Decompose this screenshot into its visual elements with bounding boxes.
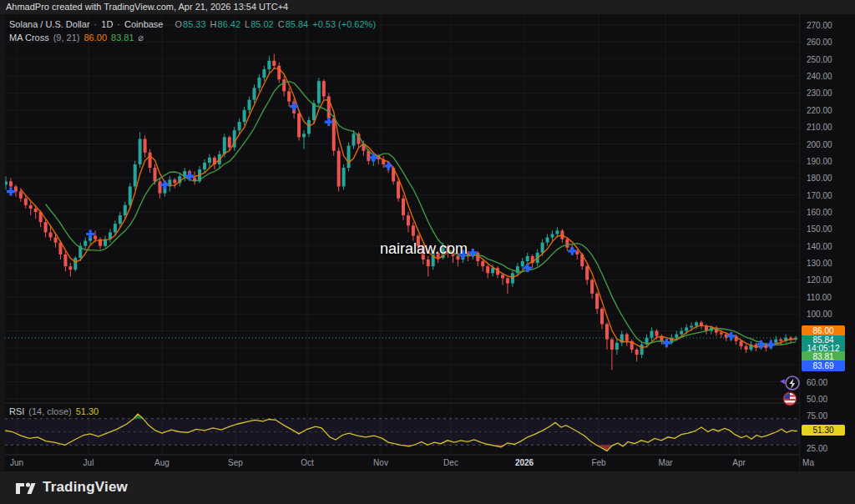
- symbol-name: Solana / U.S. Dollar: [9, 19, 90, 29]
- price-tick-label: 190.00: [807, 156, 832, 165]
- chart-legend: Solana / U.S. Dollar · 1D · Coinbase O85…: [9, 18, 376, 44]
- price-tick-label: 260.00: [807, 38, 832, 47]
- ma-cross-marker: [568, 247, 576, 255]
- rsi-legend-row[interactable]: RSI (14, close) 51.30: [9, 406, 99, 416]
- price-tick-label: 220.00: [807, 105, 832, 114]
- us-flag-icon[interactable]: [783, 392, 797, 406]
- low-label: L: [245, 19, 250, 29]
- price-tick-label: 210.00: [807, 123, 832, 132]
- time-tick-label: 2026: [515, 458, 534, 467]
- ma-fast-value: 86.00: [83, 33, 107, 43]
- price-tick-label: 150.00: [807, 224, 832, 234]
- time-tick-label: Oct: [301, 458, 314, 467]
- corner-icons: [775, 373, 812, 411]
- time-tick-label: Jul: [83, 458, 94, 467]
- price-tick-label: 240.00: [807, 72, 832, 81]
- ma-cross-marker: [7, 188, 15, 196]
- chart-left-gutter: [0, 14, 5, 471]
- time-tick-label: Feb: [591, 458, 605, 467]
- high-value: 86.42: [218, 19, 241, 29]
- lightning-mode-icon[interactable]: [780, 376, 799, 390]
- ma-cross-params: (9, 21): [53, 33, 80, 43]
- legend-separator: ·: [117, 19, 120, 29]
- time-tick-label: Nov: [373, 458, 388, 467]
- tradingview-chart-window: { "topbar": { "text": "AhmadPro created …: [0, 0, 855, 504]
- rsi-params: (14, close): [28, 406, 71, 416]
- ma-cross-marker: [86, 230, 94, 239]
- price-tick-label: 120.00: [807, 275, 832, 285]
- ma-cross-title: MA Cross: [9, 33, 49, 43]
- open-label: O: [175, 19, 183, 29]
- time-tick-label: Apr: [732, 458, 746, 467]
- open-value: 85.33: [183, 19, 206, 29]
- tradingview-logo-text: TradingView: [43, 479, 128, 496]
- ma-cross-marker: [662, 339, 670, 347]
- prev-close-price-label: 83.69: [802, 360, 845, 371]
- time-tick-label: Mar: [658, 458, 672, 467]
- ma-hidden-icon: ⌀: [139, 33, 144, 43]
- close-label: C: [278, 19, 285, 29]
- symbol-legend-row[interactable]: Solana / U.S. Dollar · 1D · Coinbase O85…: [9, 18, 376, 31]
- rsi-value-label: 51.30: [802, 425, 845, 436]
- interval-label[interactable]: 1D: [101, 19, 113, 29]
- ma-cross-legend-row[interactable]: MA Cross (9, 21) 86.00 83.81 ⌀: [9, 31, 376, 44]
- price-tick-label: 170.00: [807, 190, 832, 199]
- low-value: 85.02: [250, 19, 274, 29]
- rsi-title: RSI: [9, 406, 24, 416]
- change-value: +0.53 (+0.62%): [312, 19, 376, 29]
- time-tick-label: Dec: [443, 458, 458, 467]
- price-tick-label: 160.00: [807, 207, 832, 216]
- time-tick-label: Aug: [154, 458, 169, 467]
- price-tick-label: 110.00: [807, 292, 832, 301]
- close-value: 85.84: [286, 19, 309, 29]
- time-axis[interactable]: JunJulAugSepOctNovDec2026FebMarAprMa: [0, 455, 800, 471]
- attribution-bar: AhmadPro created with TradingView.com, A…: [0, 0, 855, 14]
- ma-cross-marker: [185, 172, 194, 180]
- rsi-tick-label: 75.00: [807, 411, 827, 420]
- tradingview-logo[interactable]: TradingView: [15, 479, 128, 496]
- ma-cross-marker: [727, 332, 736, 340]
- rsi-value: 51.30: [76, 406, 99, 416]
- price-tick-label: 230.00: [807, 88, 832, 98]
- time-tick-label: Jun: [10, 458, 23, 467]
- brand-bar: TradingView: [0, 471, 855, 504]
- price-tick-label: 180.00: [807, 174, 832, 183]
- ma-slow-value: 83.81: [111, 33, 134, 43]
- ma-cross-marker: [325, 118, 333, 126]
- site-watermark: nairalaw.com: [380, 240, 468, 258]
- legend-separator: ·: [94, 19, 98, 29]
- rsi-tick-label: 25.00: [807, 444, 827, 453]
- exchange-label: Coinbase: [124, 19, 163, 29]
- attribution-text: AhmadPro created with TradingView.com, A…: [6, 2, 288, 12]
- tradingview-logo-icon: [15, 480, 36, 495]
- price-tick-label: 130.00: [807, 259, 832, 268]
- price-tick-label: 140.00: [807, 241, 832, 250]
- high-label: H: [210, 19, 217, 29]
- ma-cross-marker: [384, 162, 392, 170]
- price-tick-label: 250.00: [807, 54, 832, 63]
- price-tick-label: 200.00: [807, 139, 832, 149]
- price-tick-label: 270.00: [807, 20, 832, 29]
- time-tick-label: Sep: [228, 458, 243, 467]
- ma-cross-marker: [766, 340, 775, 349]
- time-tick-label: Ma: [802, 458, 814, 467]
- price-tick-label: 100.00: [807, 310, 832, 319]
